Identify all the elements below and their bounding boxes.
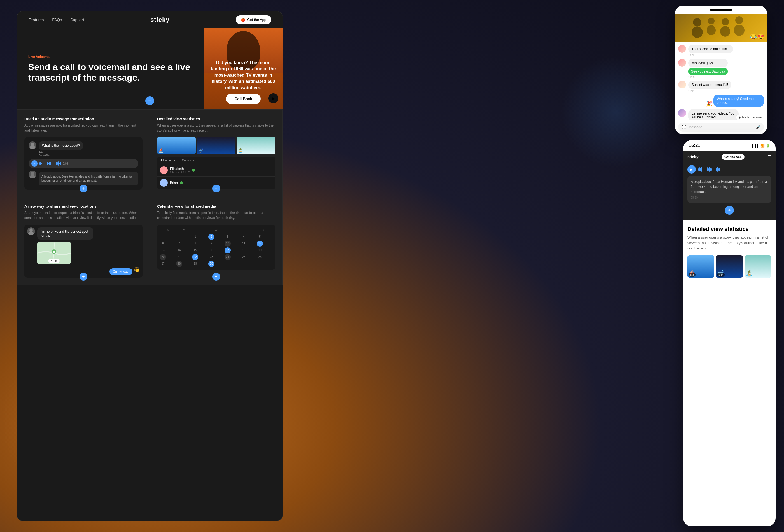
msg-bubble-3: Sunset was so beautiful!	[688, 81, 731, 89]
hero-left: Live Voicemail Send a call to voicemail …	[17, 28, 204, 110]
phone-status-bar: 15:21 ▌▌▌ 📶 🔋	[683, 140, 776, 151]
audio-play-button[interactable]: ▶	[31, 161, 37, 167]
stats-tab-all[interactable]: All viewers	[157, 157, 179, 164]
svg-point-8	[53, 251, 55, 253]
nav-cta-button[interactable]: 🍎 Get the App	[236, 16, 271, 24]
cal-day-5[interactable]: 5	[257, 234, 263, 240]
msg-avatar-1	[678, 45, 686, 53]
mobile-stats-thumbnails: ⛵ 583 🤿 1.6k 🏝️	[688, 255, 772, 278]
mobile-timestamp: 09:29	[691, 195, 768, 200]
mobile-waveform	[698, 167, 720, 172]
hero-section: Live Voicemail Send a call to voicemail …	[17, 28, 282, 110]
cal-day-4[interactable]: 4	[241, 234, 247, 240]
audio-wave-player[interactable]: ▶	[29, 159, 138, 168]
framer-badge-text: Made in Framer	[742, 116, 762, 119]
svg-point-16	[734, 25, 745, 36]
cal-day-16[interactable]: 16	[208, 247, 215, 253]
framer-badge-container: ◈ Made in Framer	[675, 134, 767, 134]
chat-messages-area: That's look so much fun... 10:22 Miss yo…	[675, 42, 767, 120]
transcription-avatar	[29, 170, 36, 178]
cal-day-18[interactable]: 18	[241, 247, 247, 253]
mic-icon[interactable]: 🎤	[756, 125, 760, 129]
cal-day-13[interactable]: 13	[160, 247, 166, 253]
cal-day-10[interactable]: 10	[225, 241, 231, 247]
hamburger-icon[interactable]: ☰	[767, 154, 772, 160]
msg-time-1: 10:22	[688, 54, 733, 57]
hero-right: Did you know? The moon landing in 1969 w…	[204, 28, 282, 110]
hero-overlay-text: Did you know? The moon landing in 1969 w…	[204, 57, 282, 94]
app-get-app-button[interactable]: Get the App	[722, 154, 745, 160]
stats-tab-contacts[interactable]: Contacts	[179, 157, 197, 164]
stats-card-title: Detailed view statistics	[157, 117, 275, 121]
stats-viewer-elizabeth: Elizabeth 2 times at 11:02	[157, 164, 275, 177]
cal-day-8[interactable]: 8	[192, 241, 198, 247]
chat-photo-area: 😂😍	[675, 14, 767, 42]
cal-day-6[interactable]: 6	[160, 241, 166, 247]
msg-avatar-4	[678, 109, 686, 117]
calendar-card: Calendar view for shared media To quickl…	[150, 197, 282, 285]
cal-day-7[interactable]: 7	[176, 241, 182, 247]
chat-phone-panel: 😂😍 That's look so much fun... 10:22 Miss…	[675, 6, 767, 134]
msg-sent-row: What's a party! Send more photos. 🎉	[678, 95, 764, 107]
svg-point-3	[30, 175, 35, 178]
nav-features[interactable]: Features	[28, 18, 44, 22]
audio-plus-button[interactable]: +	[80, 185, 87, 192]
cal-day-15[interactable]: 15	[192, 247, 198, 253]
battery-icon: 🔋	[766, 144, 770, 147]
play-circle-icon[interactable]: ▶	[268, 93, 278, 103]
status-icons: ▌▌▌ 📶 🔋	[752, 144, 770, 147]
cal-day-22[interactable]: 22	[192, 254, 198, 260]
message-icon: 💬	[681, 125, 686, 129]
thumb-img-dive	[197, 137, 235, 154]
cal-day-1[interactable]: 1	[192, 234, 198, 240]
brian-name: Brian	[170, 181, 178, 185]
svg-point-14	[720, 26, 730, 37]
cal-day-26[interactable]: 26	[257, 254, 263, 260]
audio-avatar	[29, 141, 36, 149]
cal-day-3[interactable]: 3	[225, 234, 231, 240]
on-my-way-bubble: On my way!	[110, 268, 133, 275]
stats-thumb-3	[236, 137, 275, 154]
location-plus-button[interactable]: +	[80, 273, 87, 281]
nav-support[interactable]: Support	[70, 18, 84, 22]
chat-input[interactable]: Message...	[689, 125, 754, 129]
elizabeth-online-dot	[192, 169, 195, 172]
mobile-stats-desc: When a user opens a story, they appear i…	[688, 235, 772, 251]
nav-faqs[interactable]: FAQs	[52, 18, 62, 22]
cal-day-19[interactable]: 19	[257, 247, 263, 253]
cal-day-9[interactable]: 9	[208, 241, 215, 247]
cal-day-20[interactable]: 20	[160, 254, 166, 260]
cal-day-27[interactable]: 27	[160, 261, 166, 267]
mobile-stats-title: Detailed view statistics	[688, 226, 772, 232]
stats-thumbnails	[157, 137, 275, 154]
hero-plus-button[interactable]: +	[145, 96, 154, 105]
cal-day-12[interactable]: 12	[257, 241, 263, 247]
svg-point-5	[28, 232, 34, 235]
cal-day-23[interactable]: 23	[208, 254, 215, 260]
cal-mon: M	[176, 227, 192, 233]
cal-day-29[interactable]: 29	[192, 261, 198, 267]
cal-day-28[interactable]: 28	[176, 261, 182, 267]
cal-day-25[interactable]: 25	[241, 254, 247, 260]
cal-day-2[interactable]: 2	[208, 234, 215, 240]
cal-day-14[interactable]: 14	[176, 247, 182, 253]
phone-notch-1	[675, 6, 767, 14]
calendar-plus-button[interactable]: +	[212, 273, 220, 281]
call-back-button[interactable]: Call Back	[226, 94, 260, 104]
msg-next-saturday: See you next Saturday	[688, 68, 728, 75]
stats-thumb-2	[197, 137, 235, 154]
mobile-play-button[interactable]: ▶	[688, 165, 696, 174]
cal-day-24[interactable]: 24	[225, 254, 231, 260]
location-avatar	[27, 227, 35, 235]
cal-day-11[interactable]: 11	[241, 241, 247, 247]
hero-badge: Live Voicemail	[28, 55, 193, 59]
svg-point-10	[692, 27, 703, 38]
mobile-thumb-dive: 🤿 1.6k	[716, 255, 743, 278]
stats-plus-button[interactable]: +	[212, 185, 220, 192]
mobile-plus-button[interactable]: +	[725, 206, 734, 215]
cal-day-21[interactable]: 21	[176, 254, 182, 260]
cal-day-30[interactable]: 30	[208, 261, 215, 267]
mobile-thumb-3: 🏝️	[745, 255, 772, 278]
cal-day-17[interactable]: 17	[225, 247, 231, 253]
msg-time-3: 11:11	[688, 90, 731, 92]
